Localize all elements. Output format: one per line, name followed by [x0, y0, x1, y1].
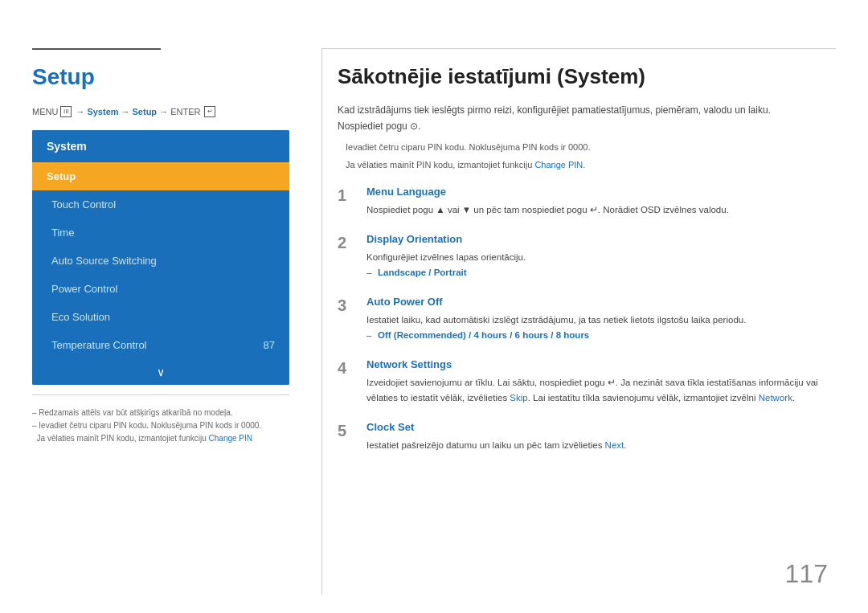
page-title: Setup: [32, 64, 289, 90]
menu-label: MENU: [32, 107, 58, 116]
sidebar-item-auto-source[interactable]: Auto Source Switching: [32, 247, 289, 275]
temperature-number: 87: [264, 339, 275, 351]
right-intro: Kad izstrādājums tiek ieslēgts pirmo rei…: [338, 102, 820, 135]
left-panel: Setup MENU III → System → Setup → ENTER …: [32, 0, 289, 613]
system-link: System: [87, 107, 118, 116]
step-2-content: Display Orientation Konfigurējiet izvēln…: [366, 233, 820, 281]
step-3-number: 3: [338, 296, 355, 315]
sidebar-item-time[interactable]: Time: [32, 219, 289, 247]
sidebar-note-1: – Redzamais attēls var būt atšķirīgs atk…: [32, 407, 289, 419]
right-sub-note-2: Ja vēlaties mainīt PIN kodu, izmantojiet…: [338, 157, 820, 173]
setup-link: Setup: [133, 107, 158, 116]
step-1-desc: Nospiediet pogu ▲ vai ▼ un pēc tam nospi…: [366, 202, 820, 219]
step-4-title: Network Settings: [366, 358, 820, 370]
step-2-desc: Konfigurējiet izvēlnes lapas orientāciju…: [366, 250, 820, 266]
step-3-sub-1: Off (Recommended) / 4 hours / 6 hours / …: [366, 328, 820, 344]
step-4-number: 4: [338, 358, 355, 378]
step-2-number: 2: [338, 233, 355, 252]
sidebar-note-3: Ja vēlaties mainīt PIN kodu, izmantojiet…: [32, 432, 289, 445]
right-title: Sākotnējie iestatījumi (System): [338, 64, 820, 89]
enter-icon: ↵: [204, 106, 215, 117]
menu-path: MENU III → System → Setup → ENTER ↵: [32, 106, 289, 117]
sidebar-item-setup[interactable]: Setup: [32, 162, 289, 190]
right-panel: Sākotnējie iestatījumi (System) Kad izst…: [338, 0, 836, 468]
sidebar-header: System: [32, 130, 289, 162]
sidebar-item-power-control[interactable]: Power Control: [32, 275, 289, 303]
step-2-title: Display Orientation: [366, 233, 820, 245]
step-5-title: Clock Set: [366, 421, 820, 433]
step-1-title: Menu Language: [366, 186, 820, 198]
right-sub-note-1: Ievadiet četru ciparu PIN kodu. Noklusēj…: [338, 140, 820, 155]
sidebar-item-temperature-control[interactable]: Temperature Control 87: [32, 331, 289, 359]
step-4-desc: Izveidojiet savienojumu ar tīklu. Lai sā…: [366, 375, 820, 407]
step-3-title: Auto Power Off: [366, 296, 820, 308]
vertical-divider: [321, 48, 322, 595]
step-5-desc: Iestatiet pašreizējo datumu un laiku un …: [366, 438, 820, 454]
step-1-number: 1: [338, 186, 355, 205]
step-3: 3 Auto Power Off Iestatiet laiku, kad au…: [338, 296, 820, 344]
step-5-content: Clock Set Iestatiet pašreizējo datumu un…: [366, 421, 820, 454]
sidebar: System Setup Touch Control Time Auto Sou…: [32, 130, 289, 385]
sidebar-note-2: – Ievadiet četru ciparu PIN kodu. Noklus…: [32, 419, 289, 432]
step-2: 2 Display Orientation Konfigurējiet izvē…: [338, 233, 820, 281]
step-5-number: 5: [338, 421, 355, 440]
sidebar-chevron[interactable]: ∨: [32, 359, 289, 385]
step-4-content: Network Settings Izveidojiet savienojumu…: [366, 358, 820, 407]
sidebar-item-eco-solution[interactable]: Eco Solution: [32, 303, 289, 331]
step-4: 4 Network Settings Izveidojiet savienoju…: [338, 358, 820, 407]
step-1-content: Menu Language Nospiediet pogu ▲ vai ▼ un…: [366, 186, 820, 219]
step-2-sub-1: Landscape / Portrait: [366, 265, 820, 281]
step-1: 1 Menu Language Nospiediet pogu ▲ vai ▼ …: [338, 186, 820, 219]
menu-icon: III: [60, 106, 72, 117]
sidebar-notes: – Redzamais attēls var būt atšķirīgs atk…: [32, 407, 289, 445]
step-3-desc: Iestatiet laiku, kad automātiski izslēgt…: [366, 313, 820, 329]
step-5: 5 Clock Set Iestatiet pašreizējo datumu …: [338, 421, 820, 454]
steps-list: 1 Menu Language Nospiediet pogu ▲ vai ▼ …: [338, 186, 820, 453]
page-number: 117: [785, 559, 828, 589]
step-3-content: Auto Power Off Iestatiet laiku, kad auto…: [366, 296, 820, 344]
sidebar-item-touch-control[interactable]: Touch Control: [32, 190, 289, 219]
sidebar-bottom-line: [32, 394, 289, 395]
